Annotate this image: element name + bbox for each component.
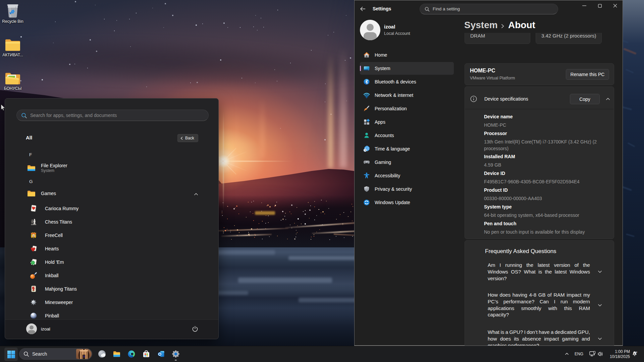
svg-text:z: z bbox=[634, 352, 635, 355]
svg-text:z: z bbox=[636, 351, 637, 354]
